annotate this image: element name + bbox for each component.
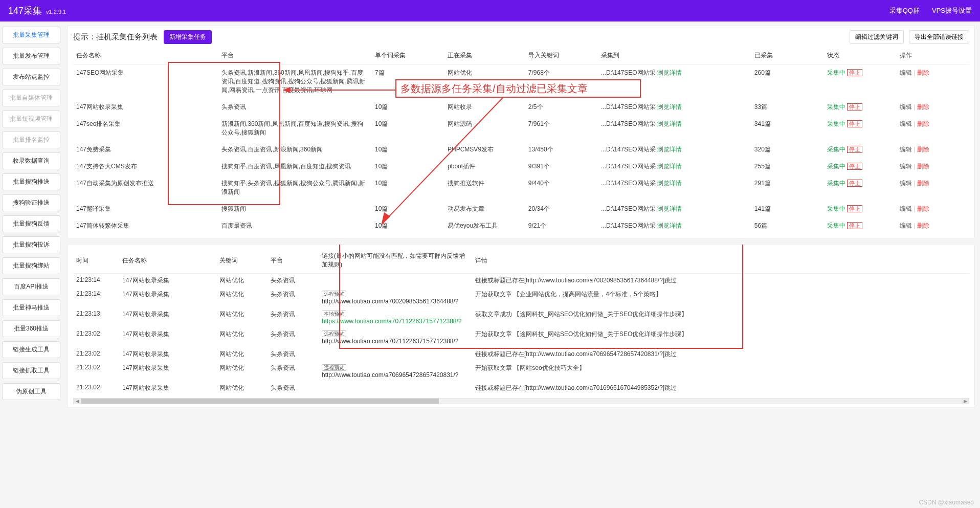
tasks-col-5: 采集到 bbox=[598, 47, 751, 64]
sidebar-item-15[interactable]: 链接生成工具 bbox=[2, 341, 60, 358]
stop-button[interactable]: 停止 bbox=[847, 103, 862, 111]
delete-link[interactable]: 删除 bbox=[917, 222, 929, 229]
sidebar-item-3: 批量自媒体管理 bbox=[2, 90, 60, 106]
tasks-col-7: 状态 bbox=[824, 47, 897, 64]
stop-button[interactable]: 停止 bbox=[847, 222, 862, 229]
edit-link[interactable]: 编辑 bbox=[900, 222, 912, 229]
status-collecting-label: 采集中 bbox=[827, 120, 845, 127]
log-row: 21:23:13:147网站收录采集网站优化头条资讯本地预览https://ww… bbox=[73, 307, 969, 327]
new-task-button[interactable]: 新增采集任务 bbox=[164, 30, 212, 44]
preview-tag[interactable]: 远程预览 bbox=[322, 330, 346, 337]
delete-link[interactable]: 删除 bbox=[917, 180, 929, 187]
task-keywords: 9/21个 bbox=[525, 217, 598, 234]
scroll-right-arrow[interactable]: ▶ bbox=[962, 399, 969, 404]
edit-link[interactable]: 编辑 bbox=[900, 163, 912, 170]
delete-link[interactable]: 删除 bbox=[917, 205, 929, 212]
status-collecting-label: 采集中 bbox=[827, 205, 845, 212]
task-row[interactable]: 147翻译采集搜狐新闻10篇动易发布文章20/34个...D:\147SEO网站… bbox=[73, 201, 969, 217]
log-detail: 链接或标题已存在[http://www.toutiao.com/a7002098… bbox=[472, 274, 969, 288]
sidebar-item-13[interactable]: 批量神马推送 bbox=[2, 299, 60, 316]
header-link-vps[interactable]: VPS拨号设置 bbox=[932, 6, 972, 15]
task-dest: ...D:\147SEO网站采 浏览详情 bbox=[598, 175, 751, 201]
task-dest: ...D:\147SEO网站采 浏览详情 bbox=[598, 201, 751, 217]
task-collecting: 动易发布文章 bbox=[444, 201, 525, 217]
task-row[interactable]: 147支持各大CMS发布搜狗知乎,百度资讯,凤凰新闻,百度知道,搜狗资讯10篇p… bbox=[73, 158, 969, 175]
delete-link[interactable]: 删除 bbox=[917, 69, 929, 76]
stop-button[interactable]: 停止 bbox=[847, 146, 862, 153]
browse-details-link[interactable]: 浏览详情 bbox=[657, 205, 682, 212]
sidebar-item-12[interactable]: 百度API推送 bbox=[2, 278, 60, 295]
status-collecting-label: 采集中 bbox=[827, 163, 845, 170]
task-platform: 搜狗知乎,百度资讯,凤凰新闻,百度知道,搜狗资讯 bbox=[218, 158, 372, 175]
log-link: 远程预览http://www.toutiao.com/a700209853561… bbox=[319, 288, 472, 307]
tasks-col-1: 平台 bbox=[218, 47, 372, 64]
task-row[interactable]: 147网站收录采集头条资讯10篇网站收录2/5个...D:\147SEO网站采 … bbox=[73, 99, 969, 116]
browse-details-link[interactable]: 浏览详情 bbox=[657, 146, 682, 153]
delete-link[interactable]: 删除 bbox=[917, 146, 929, 153]
stop-button[interactable]: 停止 bbox=[847, 69, 862, 76]
sidebar-item-2[interactable]: 发布站点监控 bbox=[2, 69, 60, 85]
stop-button[interactable]: 停止 bbox=[847, 120, 862, 127]
log-url[interactable]: http://www.toutiao.com/a7002098535617364… bbox=[322, 298, 459, 305]
preview-tag[interactable]: 本地预览 bbox=[322, 311, 346, 317]
log-platform: 头条资讯 bbox=[268, 327, 319, 347]
edit-link[interactable]: 编辑 bbox=[900, 103, 912, 111]
log-table: 时间任务名称关键词平台链接(量小的网站可能没有匹配，如需要可群内反馈增加规则)详… bbox=[73, 248, 969, 395]
sidebar-item-0[interactable]: 批量采集管理 bbox=[2, 27, 60, 43]
stop-button[interactable]: 停止 bbox=[847, 205, 862, 212]
sidebar-item-8[interactable]: 搜狗验证推送 bbox=[2, 194, 60, 211]
edit-link[interactable]: 编辑 bbox=[900, 69, 912, 76]
task-row[interactable]: 147自动采集为原创发布推送搜狗知乎,头条资讯,搜狐新闻,搜狗公众号,腾讯新闻,… bbox=[73, 175, 969, 201]
edit-link[interactable]: 编辑 bbox=[900, 146, 912, 153]
log-url[interactable]: https://www.toutiao.com/a707112263715771… bbox=[322, 318, 462, 325]
browse-details-link[interactable]: 浏览详情 bbox=[657, 163, 682, 170]
sidebar-item-6[interactable]: 收录数据查询 bbox=[2, 152, 60, 169]
preview-tag[interactable]: 远程预览 bbox=[322, 364, 346, 371]
task-row[interactable]: 147SEO网站采集头条资讯,新浪新闻,360新闻,凤凰新闻,搜狗知乎,百度资讯… bbox=[73, 64, 969, 99]
sidebar-item-9[interactable]: 批量搜狗反馈 bbox=[2, 215, 60, 232]
edit-link[interactable]: 编辑 bbox=[900, 120, 912, 127]
tasks-col-3: 正在采集 bbox=[444, 47, 525, 64]
task-row[interactable]: 147简体转繁体采集百度最资讯10篇易优eyou发布工具9/21个...D:\1… bbox=[73, 217, 969, 234]
stop-button[interactable]: 停止 bbox=[847, 180, 862, 187]
browse-details-link[interactable]: 浏览详情 bbox=[657, 120, 682, 127]
sidebar-item-17[interactable]: 伪原创工具 bbox=[2, 383, 60, 400]
edit-link[interactable]: 编辑 bbox=[900, 180, 912, 187]
sidebar-item-11[interactable]: 批量搜狗绑站 bbox=[2, 257, 60, 274]
export-errors-button[interactable]: 导出全部错误链接 bbox=[909, 30, 969, 44]
sidebar-item-10[interactable]: 批量搜狗投诉 bbox=[2, 236, 60, 253]
tasks-col-8: 操作 bbox=[897, 47, 969, 64]
task-row[interactable]: 147seo排名采集新浪新闻,360新闻,凤凰新闻,百度知道,搜狗资讯,搜狗公众… bbox=[73, 116, 969, 141]
delete-link[interactable]: 删除 bbox=[917, 103, 929, 111]
scroll-thumb[interactable] bbox=[81, 399, 439, 404]
log-detail: 链接或标题已存在[http://www.toutiao.com/a7069654… bbox=[472, 347, 969, 361]
log-link bbox=[319, 381, 472, 395]
task-collected: 291篇 bbox=[751, 175, 824, 201]
scroll-left-arrow[interactable]: ◀ bbox=[74, 399, 81, 404]
browse-details-link[interactable]: 浏览详情 bbox=[657, 69, 682, 76]
task-row[interactable]: 147免费采集头条资讯,百度资讯,新浪新闻,360新闻10篇PHPCMSV9发布… bbox=[73, 141, 969, 158]
header-link-qq[interactable]: 采集QQ群 bbox=[889, 6, 920, 15]
preview-tag[interactable]: 远程预览 bbox=[322, 291, 346, 297]
browse-details-link[interactable]: 浏览详情 bbox=[657, 103, 682, 111]
sidebar-item-14[interactable]: 批量360推送 bbox=[2, 320, 60, 337]
sidebar-item-16[interactable]: 链接抓取工具 bbox=[2, 362, 60, 379]
task-collected: 255篇 bbox=[751, 158, 824, 175]
log-link: 本地预览https://www.toutiao.com/a70711226371… bbox=[319, 307, 472, 327]
browse-details-link[interactable]: 浏览详情 bbox=[657, 222, 682, 229]
log-time: 21:23:02: bbox=[73, 381, 119, 395]
log-url[interactable]: http://www.toutiao.com/a7069654728657420… bbox=[322, 371, 459, 379]
log-row: 21:23:14:147网站收录采集网站优化头条资讯链接或标题已存在[http:… bbox=[73, 274, 969, 288]
sidebar-item-1[interactable]: 批量发布管理 bbox=[2, 48, 60, 64]
log-platform: 头条资讯 bbox=[268, 361, 319, 381]
edit-link[interactable]: 编辑 bbox=[900, 205, 912, 212]
stop-button[interactable]: 停止 bbox=[847, 163, 862, 170]
horizontal-scrollbar[interactable]: ◀ ▶ bbox=[73, 398, 969, 404]
sidebar-item-7[interactable]: 批量搜狗推送 bbox=[2, 173, 60, 190]
task-keywords: 20/34个 bbox=[525, 201, 598, 217]
log-url[interactable]: http://www.toutiao.com/a7071122637157712… bbox=[322, 338, 459, 345]
browse-details-link[interactable]: 浏览详情 bbox=[657, 180, 682, 187]
edit-filter-button[interactable]: 编辑过滤关键词 bbox=[850, 30, 904, 44]
delete-link[interactable]: 删除 bbox=[917, 163, 929, 170]
delete-link[interactable]: 删除 bbox=[917, 120, 929, 127]
